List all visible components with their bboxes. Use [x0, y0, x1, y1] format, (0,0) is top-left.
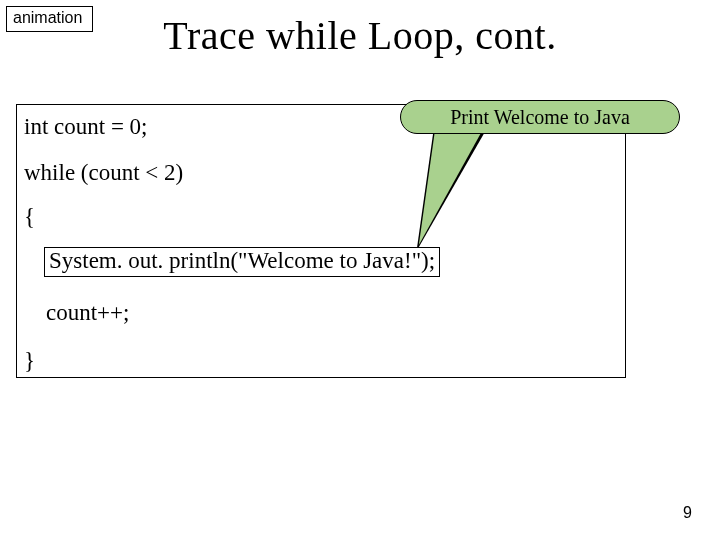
code-line-4: System. out. println("Welcome to Java!")…	[49, 248, 435, 273]
callout-text: Print Welcome to Java	[450, 106, 630, 128]
code-container	[16, 104, 626, 378]
callout-bubble: Print Welcome to Java	[400, 100, 680, 134]
highlighted-code-box: System. out. println("Welcome to Java!")…	[44, 247, 440, 277]
page-title: Trace while Loop, cont.	[0, 12, 720, 59]
page-number: 9	[683, 504, 692, 522]
